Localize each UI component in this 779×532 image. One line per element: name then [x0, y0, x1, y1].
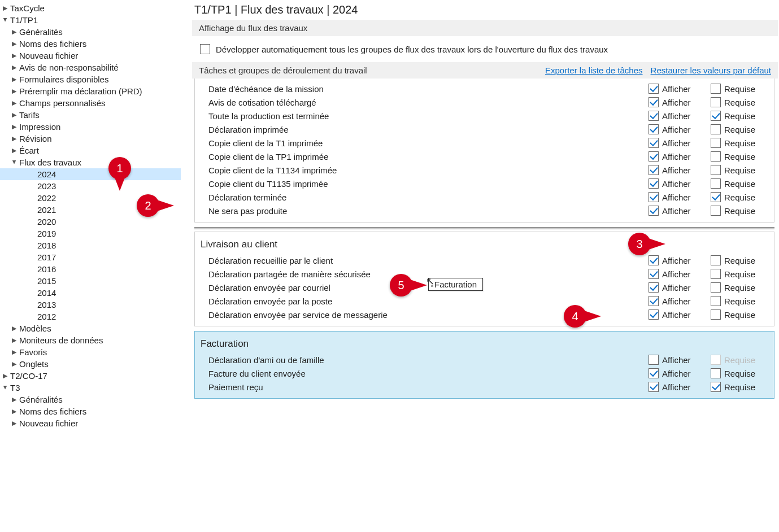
tree-t1tp1[interactable]: ▲T1/TP1: [0, 14, 181, 26]
task-row[interactable]: Date d'échéance de la missionAfficherReq…: [199, 82, 769, 95]
task-row[interactable]: Facture du client envoyéeAfficherRequise: [199, 367, 769, 380]
task-row[interactable]: Avis de cotisation téléchargéAfficherReq…: [199, 95, 769, 109]
show-checkbox[interactable]: [649, 124, 659, 134]
tree-item[interactable]: ▶Écart: [0, 145, 181, 156]
show-checkbox[interactable]: [649, 84, 659, 94]
show-checkbox[interactable]: [649, 151, 659, 162]
task-row[interactable]: Copie client de la T1 impriméeAfficherRe…: [199, 136, 769, 150]
task-row[interactable]: Déclaration terminéeAfficherRequise: [199, 190, 769, 204]
tree-label: Onglets: [18, 359, 49, 369]
tree-item[interactable]: ▶Moniteurs de données: [0, 334, 181, 346]
tree-item[interactable]: ▶Nouveau fichier: [0, 50, 181, 62]
req-col: Requise: [711, 355, 767, 365]
req-checkbox[interactable]: [711, 138, 721, 148]
tree-year-2020[interactable]: 2020: [0, 216, 181, 228]
group-divider[interactable]: [194, 227, 774, 229]
tree-label: 2023: [36, 181, 56, 191]
req-checkbox[interactable]: [711, 151, 721, 162]
tree-t3[interactable]: ▲T3: [0, 382, 181, 394]
req-checkbox[interactable]: [711, 309, 721, 320]
show-checkbox[interactable]: [649, 178, 659, 189]
tasks-scroll-area[interactable]: Date d'échéance de la missionAfficherReq…: [192, 79, 779, 532]
task-row[interactable]: Déclaration envoyée par la posteAfficher…: [199, 294, 769, 308]
req-checkbox[interactable]: [711, 368, 721, 378]
tree-item[interactable]: ▶Modèles: [0, 322, 181, 334]
show-checkbox[interactable]: [649, 97, 659, 107]
tree-year-2023[interactable]: 2023: [0, 180, 181, 192]
tree-year-2018[interactable]: 2018: [0, 239, 181, 251]
show-checkbox[interactable]: [649, 296, 659, 306]
tree-item[interactable]: ▶Impression: [0, 121, 181, 133]
show-checkbox[interactable]: [649, 382, 659, 392]
tree-item[interactable]: ▶Nouveau fichier: [0, 417, 181, 429]
tree-year-2019[interactable]: 2019: [0, 228, 181, 239]
req-checkbox[interactable]: [711, 382, 721, 392]
task-row[interactable]: Déclaration envoyée par service de messa…: [199, 308, 769, 321]
tree-item[interactable]: ▶Formulaires disponibles: [0, 73, 181, 85]
tree-year-2012[interactable]: 2012: [0, 311, 181, 322]
task-row[interactable]: Copie client de la T1134 impriméeAffiche…: [199, 163, 769, 177]
show-checkbox[interactable]: [649, 255, 659, 265]
tree-item[interactable]: ▶Tarifs: [0, 109, 181, 121]
tree-year-2013[interactable]: 2013: [0, 299, 181, 311]
restore-defaults-link[interactable]: Restaurer les valeurs par défaut: [651, 66, 771, 75]
task-row[interactable]: Copie client de la TP1 impriméeAfficherR…: [199, 150, 769, 163]
tree-item[interactable]: ▶Favoris: [0, 346, 181, 358]
tree-item[interactable]: ▶Champs personnalisés: [0, 97, 181, 109]
task-row[interactable]: Déclaration partagée de manière sécurisé…: [199, 267, 769, 281]
task-row[interactable]: Déclaration d'ami ou de familleAfficherR…: [199, 353, 769, 367]
task-row[interactable]: Déclaration recueillie par le clientAffi…: [199, 254, 769, 267]
req-checkbox[interactable]: [711, 296, 721, 306]
task-row[interactable]: Toute la production est terminéeAfficher…: [199, 109, 769, 123]
tree-item[interactable]: ▶Onglets: [0, 358, 181, 370]
tree-item[interactable]: ▶Noms des fichiers: [0, 405, 181, 417]
show-checkbox[interactable]: [649, 192, 659, 202]
show-checkbox[interactable]: [649, 368, 659, 378]
tree-year-2017[interactable]: 2017: [0, 251, 181, 263]
tree-item[interactable]: ▶Avis de non-responsabilité: [0, 62, 181, 73]
task-row[interactable]: Déclaration impriméeAfficherRequise: [199, 123, 769, 136]
tree-year-2014[interactable]: 2014: [0, 287, 181, 299]
drag-tooltip-label: Facturation: [434, 280, 477, 289]
show-checkbox[interactable]: [649, 269, 659, 279]
req-checkbox[interactable]: [711, 97, 721, 107]
req-checkbox[interactable]: [711, 282, 721, 293]
req-checkbox[interactable]: [711, 124, 721, 134]
task-row[interactable]: Déclaration envoyée par courrielAfficher…: [199, 281, 769, 294]
tree-item[interactable]: ▶Généralités: [0, 26, 181, 38]
tree-taxcycle[interactable]: ▶TaxCycle: [0, 2, 181, 14]
req-checkbox[interactable]: [711, 269, 721, 279]
tree-year-2016[interactable]: 2016: [0, 263, 181, 275]
show-checkbox[interactable]: [649, 165, 659, 175]
req-checkbox[interactable]: [711, 192, 721, 202]
tree-t2co17[interactable]: ▶T2/CO-17: [0, 370, 181, 382]
tree-flux[interactable]: ▲Flux des travaux: [0, 156, 181, 168]
task-row[interactable]: Ne sera pas produiteAfficherRequise: [199, 204, 769, 217]
task-row[interactable]: Copie client du T1135 impriméeAfficherRe…: [199, 177, 769, 190]
tree-item[interactable]: ▶Préremplir ma déclaration (PRD): [0, 85, 181, 97]
req-checkbox[interactable]: [711, 111, 721, 121]
req-checkbox[interactable]: [711, 165, 721, 175]
req-label: Requise: [724, 369, 755, 378]
req-checkbox[interactable]: [711, 206, 721, 216]
req-checkbox[interactable]: [711, 178, 721, 189]
tree-item[interactable]: ▶Noms des fichiers: [0, 38, 181, 50]
caret-right-icon: ▶: [1, 5, 9, 12]
show-checkbox[interactable]: [649, 111, 659, 121]
tree-item[interactable]: ▶Généralités: [0, 394, 181, 405]
tree-year-2015[interactable]: 2015: [0, 275, 181, 287]
show-checkbox[interactable]: [649, 282, 659, 293]
req-checkbox[interactable]: [711, 255, 721, 265]
show-checkbox[interactable]: [649, 355, 659, 365]
export-tasks-link[interactable]: Exporter la liste de tâches: [545, 66, 643, 75]
show-label: Afficher: [662, 310, 691, 320]
show-checkbox[interactable]: [649, 309, 659, 320]
task-row[interactable]: Paiement reçuAfficherRequise: [199, 380, 769, 394]
req-col: Requise: [711, 165, 767, 175]
show-checkbox[interactable]: [649, 206, 659, 216]
expand-checkbox[interactable]: [200, 44, 210, 54]
tree-item[interactable]: ▶Révision: [0, 133, 181, 145]
show-checkbox[interactable]: [649, 138, 659, 148]
req-checkbox[interactable]: [711, 84, 721, 94]
tree-year-2024[interactable]: 2024: [0, 168, 181, 180]
